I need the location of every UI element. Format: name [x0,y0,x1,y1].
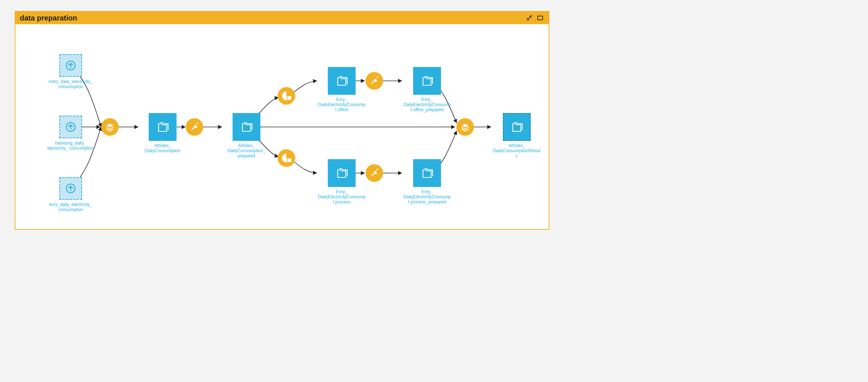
svg-rect-5 [538,16,543,20]
dataset-label: AllSites_ DailyConsumption_ prepared [223,143,270,158]
dataset-label: Evry_ DailyElectricityConsumpt office [318,97,366,112]
folder-icon [328,159,356,187]
recipe-split-office[interactable] [278,87,295,105]
stack-icon [456,118,474,136]
broom-icon [366,164,383,182]
dataset-evry-input[interactable]: evry_daily_electricity_ consumption [47,177,94,212]
recipe-prepare-office[interactable] [366,72,383,90]
dataset-label: AllSites_ DailyConsumption [139,143,186,153]
dataset-label: AllSites_ DailyConsumptionRestac [493,143,541,158]
zone-body[interactable]: metz_daily_electricity_ consumption hamb… [15,24,549,229]
upload-icon [59,54,82,77]
dataset-evry-process-prepared[interactable]: Evry_ DailyElectricityConsumpt process_p… [403,159,451,205]
zone-header: data preparation [15,12,549,24]
dataset-label: Evry_ DailyElectricityConsumpt office_pr… [403,97,451,112]
recipe-prepare-process[interactable] [366,164,383,182]
dataset-allsites-daily[interactable]: AllSites_ DailyConsumption [139,113,186,153]
dataset-hamburg-input[interactable]: hamburg_daily_ electricity_ consumption [47,116,94,151]
folder-icon [328,67,356,95]
recipe-stack[interactable] [101,118,119,136]
dataset-label: evry_daily_electricity_ consumption [47,202,94,212]
dataset-evry-office-prepared[interactable]: Evry_ DailyElectricityConsumpt office_pr… [403,67,451,112]
dataset-evry-office[interactable]: Evry_ DailyElectricityConsumpt office [318,67,366,112]
broom-icon [366,72,383,90]
folder-icon [413,159,441,187]
dataset-evry-process[interactable]: Evry_ DailyElectricityConsumpt process [318,159,366,205]
recipe-split-process[interactable] [278,149,295,167]
recipe-stack-final[interactable] [456,118,474,136]
recipe-prepare[interactable] [186,118,203,136]
dataset-label: hamburg_daily_ electricity_ consumption [47,141,94,151]
folder-icon [149,113,177,141]
maximize-icon[interactable] [536,14,544,22]
dataset-allsites-prepared[interactable]: AllSites_ DailyConsumption_ prepared [223,113,270,158]
dataset-allsites-restac[interactable]: AllSites_ DailyConsumptionRestac [493,113,541,158]
stack-icon [101,118,119,136]
dataset-label: metz_daily_electricity_ consumption [47,79,94,89]
broom-icon [186,118,203,136]
folder-icon [233,113,260,141]
dataset-label: Evry_ DailyElectricityConsumpt process_p… [403,189,451,205]
folder-icon [503,113,531,141]
split-icon [278,149,295,167]
flow-zone: data preparation [15,11,549,230]
upload-icon [59,116,82,138]
dataset-label: Evry_ DailyElectricityConsumpt process [318,189,366,205]
upload-icon [59,177,82,200]
split-icon [278,87,295,105]
dataset-metz-input[interactable]: metz_daily_electricity_ consumption [47,54,94,89]
collapse-icon[interactable] [525,14,533,22]
zone-title: data preparation [20,14,77,22]
folder-icon [413,67,441,95]
